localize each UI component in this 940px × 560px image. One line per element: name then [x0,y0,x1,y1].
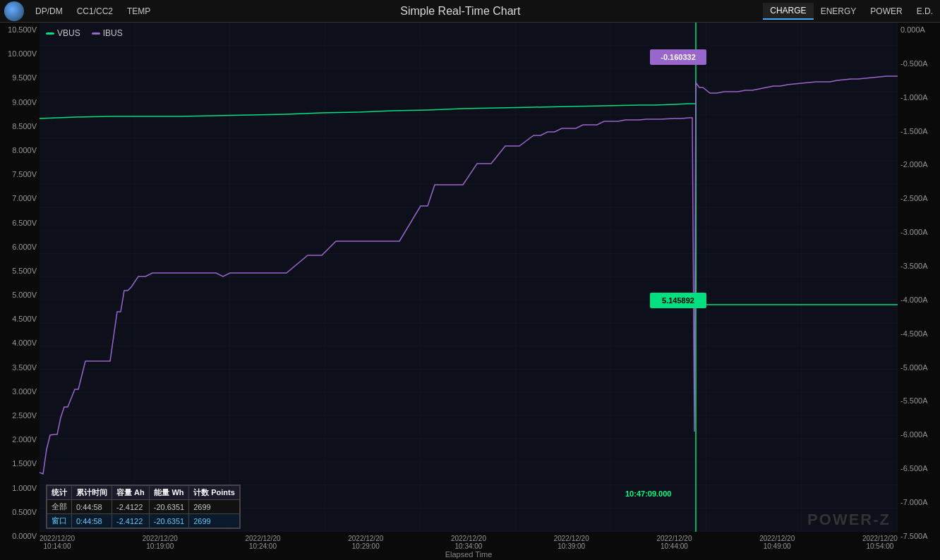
legend-vbus-label: VBUS [57,28,80,38]
y-right-label: -1.500A [900,127,928,135]
legend-ibus-label: IBUS [103,28,123,38]
y-left-label: 7.000V [12,194,37,202]
y-right-label: -3.500A [900,262,928,270]
tab-energy[interactable]: ENERGY [814,4,864,19]
x-axis-label: 2022/12/2010:39:00 [554,535,589,550]
x-axis-label: 2022/12/2010:19:00 [143,535,178,550]
y-right-label: -4.000A [900,296,928,304]
x-axis-label: 2022/12/2010:44:00 [656,535,692,550]
stats-port-wh: -20.6351 [149,514,188,528]
y-axis-right: 0.000A-0.500A-1.000A-1.500A-2.000A-2.500… [898,23,940,543]
y-right-label: -2.500A [900,194,928,202]
y-left-label: 1.500V [12,459,37,468]
y-left-label: 10.500V [8,25,37,34]
x-axis-label: 2022/12/2010:29:00 [348,535,383,550]
elapsed-label: Elapsed Time [445,550,493,559]
y-left-label: 9.000V [12,98,37,106]
y-right-label: -5.500A [900,396,928,405]
y-left-label: 0.500V [12,508,37,516]
svg-text:10:47:09.000: 10:47:09.000 [625,489,671,498]
y-left-label: 4.000V [12,339,37,347]
tab-dp-dm[interactable]: DP/DM [28,4,70,19]
ibus-color [92,32,100,35]
stats-header-label: 统计 [47,486,72,500]
y-left-label: 7.500V [12,170,37,178]
tab-charge[interactable]: CHARGE [763,3,813,20]
right-tab-group: CHARGE ENERGY POWER E.D. [763,3,940,20]
stats-all-time: 0:44:58 [72,500,112,514]
y-left-label: 6.000V [12,243,37,251]
legend-ibus: IBUS [92,28,123,38]
y-left-label: 1.000V [12,484,37,492]
svg-rect-4 [40,23,898,532]
y-right-label: -6.000A [900,430,928,439]
watermark: POWER-Z [807,511,891,529]
y-right-label: -1.000A [900,93,928,102]
y-left-label: 2.500V [12,411,37,420]
y-right-label: 0.000A [900,25,925,34]
y-right-label: -3.000A [900,228,928,236]
stats-port-time: 0:44:58 [72,514,112,528]
y-axis-left: 10.500V10.000V9.500V9.000V8.500V8.000V7.… [0,23,40,543]
y-left-label: 3.000V [12,387,37,396]
x-axis-label: 2022/12/2010:49:00 [759,535,795,550]
y-left-label: 5.500V [12,267,37,275]
stats-port-ah: -2.4122 [112,514,150,528]
chart-title: Simple Real-Time Chart [157,5,763,18]
y-right-label: -5.000A [900,363,928,372]
stats-port-points: 2699 [189,514,240,528]
x-axis-label: 2022/12/2010:14:00 [40,535,75,550]
stats-all-label: 全部 [47,500,72,514]
y-right-label: -7.500A [900,532,928,540]
chart-area: VBUS IBUS 10.500V10.000V9.500V9.000V8.50… [0,23,940,560]
stats-header-points: 计数 Points [189,486,240,500]
y-left-label: 8.000V [12,146,37,154]
x-axis-label: 2022/12/2010:24:00 [245,535,280,550]
chart-svg: -0.160332 5.145892 10:47:09.000 [40,23,898,532]
tab-temp[interactable]: TEMP [120,4,157,19]
tab-power[interactable]: POWER [863,4,909,19]
y-left-label: 9.500V [12,73,37,82]
stats-port-label: 窗口 [47,514,72,528]
x-axis: 2022/12/2010:14:002022/12/2010:19:002022… [40,532,898,560]
stats-header-ah: 容量 Ah [112,486,150,500]
tab-cc1-cc2[interactable]: CC1/CC2 [70,4,120,19]
stats-table: 统计 累计时间 容量 Ah 能量 Wh 计数 Points 全部 0:44:58… [46,485,241,529]
y-right-label: -6.500A [900,464,928,473]
stats-all-points: 2699 [189,500,240,514]
y-left-label: 3.500V [12,363,37,372]
stats-header-time: 累计时间 [72,486,112,500]
vbus-color [46,32,54,35]
y-left-label: 0.000V [12,532,37,540]
stats-header-wh: 能量 Wh [149,486,188,500]
chart-legend: VBUS IBUS [46,28,123,38]
y-left-label: 8.500V [12,122,37,130]
y-right-label: -0.500A [900,59,928,68]
y-left-label: 2.000V [12,435,37,444]
y-right-label: -2.000A [900,160,928,169]
legend-vbus: VBUS [46,28,80,38]
y-left-label: 6.500V [12,219,37,227]
top-bar: DP/DM CC1/CC2 TEMP Simple Real-Time Char… [0,0,940,23]
y-left-label: 10.000V [8,49,37,58]
stats-all-wh: -20.6351 [149,500,188,514]
stats-all-ah: -2.4122 [112,500,150,514]
svg-text:-0.160332: -0.160332 [661,53,696,61]
svg-text:5.145892: 5.145892 [662,296,694,305]
x-axis-label: 2022/12/2010:34:00 [451,535,486,550]
x-axis-label: 2022/12/2010:54:00 [862,535,898,550]
y-left-label: 5.000V [12,291,37,299]
y-left-label: 4.500V [12,315,37,323]
y-right-label: -7.000A [900,498,928,506]
y-right-label: -4.500A [900,329,928,338]
app-logo [4,1,24,21]
ed-label: E.D. [910,4,940,19]
